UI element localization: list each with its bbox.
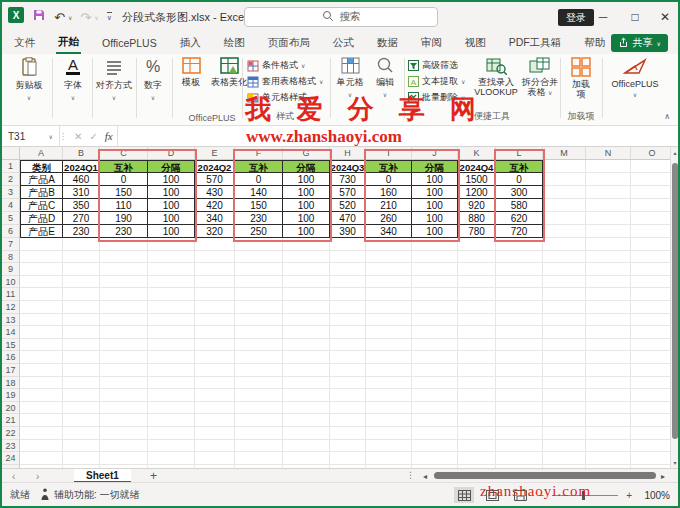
tab-review[interactable]: 审阅 bbox=[419, 32, 444, 54]
cell-F12[interactable] bbox=[235, 301, 283, 314]
cell-L9[interactable] bbox=[496, 263, 543, 276]
advanced-filter-button[interactable]: 高级筛选 bbox=[408, 58, 465, 73]
cell-N10[interactable] bbox=[586, 276, 631, 289]
cell-O19[interactable] bbox=[631, 389, 674, 402]
cell-D6[interactable]: 100 bbox=[148, 225, 195, 238]
cell-F14[interactable] bbox=[235, 326, 283, 339]
cell-F7[interactable] bbox=[235, 238, 283, 251]
cell-C17[interactable] bbox=[100, 364, 148, 377]
cell-B6[interactable]: 230 bbox=[63, 225, 100, 238]
cell-N13[interactable] bbox=[586, 314, 631, 327]
cell-D23[interactable] bbox=[148, 440, 195, 453]
cell-K21[interactable] bbox=[458, 414, 496, 427]
cell-L7[interactable] bbox=[496, 238, 543, 251]
split-merge-button[interactable]: 拆分合并表格 ∨ bbox=[522, 57, 558, 98]
cell-A3[interactable]: 产品B bbox=[20, 186, 63, 199]
cell-O11[interactable] bbox=[631, 288, 674, 301]
cell-C11[interactable] bbox=[100, 288, 148, 301]
search-input[interactable]: 搜索 bbox=[244, 7, 438, 27]
cell-K4[interactable]: 920 bbox=[458, 199, 496, 212]
cells-button[interactable]: 单元格∨ bbox=[333, 57, 367, 98]
cell-B18[interactable] bbox=[63, 377, 100, 390]
cell-M9[interactable] bbox=[543, 263, 586, 276]
cell-B20[interactable] bbox=[63, 402, 100, 415]
cell-E8[interactable] bbox=[195, 251, 235, 264]
cell-D14[interactable] bbox=[148, 326, 195, 339]
cell-C16[interactable] bbox=[100, 351, 148, 364]
cell-L5[interactable]: 620 bbox=[496, 212, 543, 225]
cell-H5[interactable]: 470 bbox=[330, 212, 366, 225]
cell-I16[interactable] bbox=[366, 351, 412, 364]
cell-A6[interactable]: 产品E bbox=[20, 225, 63, 238]
cell-B1[interactable]: 2024Q1 bbox=[63, 160, 100, 173]
cell-B15[interactable] bbox=[63, 339, 100, 352]
row-header-16[interactable]: 16 bbox=[2, 351, 20, 364]
cell-D7[interactable] bbox=[148, 238, 195, 251]
cell-G23[interactable] bbox=[283, 440, 330, 453]
cell-F2[interactable]: 0 bbox=[235, 173, 283, 186]
cell-I22[interactable] bbox=[366, 427, 412, 440]
cell-F8[interactable] bbox=[235, 251, 283, 264]
cell-D16[interactable] bbox=[148, 351, 195, 364]
cell-F15[interactable] bbox=[235, 339, 283, 352]
cell-F6[interactable]: 250 bbox=[235, 225, 283, 238]
format-as-table-button[interactable]: 套用表格格式∨ bbox=[247, 74, 323, 89]
cell-F17[interactable] bbox=[235, 364, 283, 377]
tab-data[interactable]: 数据 bbox=[375, 32, 400, 54]
cell-C22[interactable] bbox=[100, 427, 148, 440]
number-group-button[interactable]: % 数字∨ bbox=[138, 57, 168, 101]
cell-C2[interactable]: 0 bbox=[100, 173, 148, 186]
cell-K19[interactable] bbox=[458, 389, 496, 402]
cell-K16[interactable] bbox=[458, 351, 496, 364]
cell-H20[interactable] bbox=[330, 402, 366, 415]
cell-K2[interactable]: 1500 bbox=[458, 173, 496, 186]
cell-D5[interactable]: 100 bbox=[148, 212, 195, 225]
cell-I2[interactable]: 0 bbox=[366, 173, 412, 186]
cell-I8[interactable] bbox=[366, 251, 412, 264]
cell-O17[interactable] bbox=[631, 364, 674, 377]
cell-O16[interactable] bbox=[631, 351, 674, 364]
row-header-7[interactable]: 7 bbox=[2, 238, 20, 251]
cell-J24[interactable] bbox=[412, 452, 458, 465]
column-header-G[interactable]: G bbox=[283, 147, 330, 159]
column-header-K[interactable]: K bbox=[458, 147, 496, 159]
font-group-button[interactable]: A 字体∨ bbox=[56, 57, 90, 101]
cell-N9[interactable] bbox=[586, 263, 631, 276]
cell-H15[interactable] bbox=[330, 339, 366, 352]
cell-A10[interactable] bbox=[20, 276, 63, 289]
cell-I17[interactable] bbox=[366, 364, 412, 377]
cell-H17[interactable] bbox=[330, 364, 366, 377]
cell-H13[interactable] bbox=[330, 314, 366, 327]
cell-E20[interactable] bbox=[195, 402, 235, 415]
cell-K8[interactable] bbox=[458, 251, 496, 264]
cell-H8[interactable] bbox=[330, 251, 366, 264]
cell-L6[interactable]: 720 bbox=[496, 225, 543, 238]
scrollbar-splitter[interactable]: ⋮ bbox=[406, 470, 415, 480]
formula-input[interactable] bbox=[118, 126, 678, 146]
editing-button[interactable]: 编辑∨ bbox=[370, 57, 400, 98]
cell-F24[interactable] bbox=[235, 452, 283, 465]
cell-N11[interactable] bbox=[586, 288, 631, 301]
cell-K17[interactable] bbox=[458, 364, 496, 377]
cell-J5[interactable]: 100 bbox=[412, 212, 458, 225]
cell-J10[interactable] bbox=[412, 276, 458, 289]
cell-D8[interactable] bbox=[148, 251, 195, 264]
addins-button[interactable]: 加载项 bbox=[564, 57, 598, 99]
clipboard-group-button[interactable]: 剪贴板∨ bbox=[8, 57, 50, 101]
cell-K23[interactable] bbox=[458, 440, 496, 453]
cell-N3[interactable] bbox=[586, 186, 631, 199]
cell-J7[interactable] bbox=[412, 238, 458, 251]
cell-A11[interactable] bbox=[20, 288, 63, 301]
cell-J12[interactable] bbox=[412, 301, 458, 314]
cell-H21[interactable] bbox=[330, 414, 366, 427]
cell-N14[interactable] bbox=[586, 326, 631, 339]
zoom-out-button[interactable]: − bbox=[538, 490, 544, 501]
cell-G7[interactable] bbox=[283, 238, 330, 251]
cell-D9[interactable] bbox=[148, 263, 195, 276]
cell-I14[interactable] bbox=[366, 326, 412, 339]
cell-H19[interactable] bbox=[330, 389, 366, 402]
cell-B21[interactable] bbox=[63, 414, 100, 427]
excel-logo-icon[interactable]: X bbox=[8, 7, 24, 27]
cell-A20[interactable] bbox=[20, 402, 63, 415]
row-header-19[interactable]: 19 bbox=[2, 389, 20, 402]
